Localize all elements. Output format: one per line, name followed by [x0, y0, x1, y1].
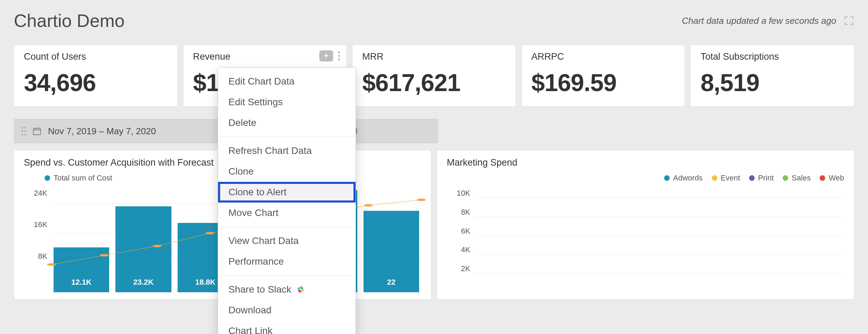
menu-label: Share to Slack [228, 284, 291, 295]
y-tick: 24K [34, 189, 47, 198]
kpi-value: 34,696 [24, 69, 168, 97]
add-comment-icon[interactable]: + [319, 50, 333, 61]
kebab-menu-icon[interactable] [337, 50, 341, 62]
menu-refresh[interactable]: Refresh Chart Data [218, 140, 356, 161]
svg-point-1 [47, 263, 56, 266]
kpi-value: $617,621 [362, 69, 506, 97]
legend-dot-icon [664, 175, 670, 181]
svg-point-7 [364, 204, 373, 207]
kpi-label: ARRPC [531, 51, 675, 62]
legend-label: Adwords [673, 174, 703, 183]
fullscreen-icon[interactable] [844, 16, 854, 26]
svg-rect-0 [34, 128, 41, 135]
kpi-label: MRR [362, 51, 506, 62]
y-tick: 2K [461, 264, 470, 273]
kpi-card-mrr[interactable]: MRR $617,621 [352, 45, 516, 107]
menu-performance[interactable]: Performance [218, 251, 356, 272]
menu-share-slack[interactable]: Share to Slack [218, 279, 356, 300]
svg-rect-12 [301, 289, 304, 291]
chart-marketing-spend[interactable]: Marketing Spend Adwords Event Print Sale… [437, 150, 854, 299]
page-title: Chartio Demo [14, 10, 125, 31]
menu-view-data[interactable]: View Chart Data [218, 230, 356, 251]
legend-dot-icon [45, 175, 50, 181]
menu-chart-link[interactable]: Chart Link [218, 321, 356, 334]
y-tick: 8K [38, 252, 47, 261]
svg-point-8 [417, 199, 426, 201]
drag-handle-icon[interactable] [22, 127, 26, 135]
legend-label: Total sum of Cost [54, 174, 112, 183]
kpi-value: 8,519 [700, 69, 844, 97]
chart-updated-note: Chart data updated a few seconds ago [682, 16, 836, 26]
legend-dot-icon [820, 175, 825, 181]
legend-label: Sales [792, 174, 811, 183]
y-tick: 6K [461, 227, 470, 236]
y-tick: 16K [34, 220, 47, 229]
y-tick: 10K [457, 189, 470, 198]
kpi-card-users[interactable]: Count of Users 34,696 [14, 45, 178, 107]
svg-rect-9 [299, 290, 301, 293]
date-range-filter[interactable]: Nov 7, 2019 – May 7, 2020 [14, 119, 223, 143]
menu-edit-settings[interactable]: Edit Settings [218, 92, 356, 112]
svg-point-4 [206, 232, 215, 234]
menu-edit-chart-data[interactable]: Edit Chart Data [218, 71, 356, 92]
legend-label: Event [721, 174, 740, 183]
legend-dot-icon [712, 175, 717, 181]
menu-move-chart[interactable]: Move Chart [218, 203, 356, 223]
legend-dot-icon [783, 175, 788, 181]
legend-dot-icon [749, 175, 755, 181]
chart-context-menu: Edit Chart Data Edit Settings Delete Ref… [218, 67, 356, 334]
legend-label: Print [758, 174, 774, 183]
kpi-label: Total Subscriptions [700, 51, 844, 62]
menu-clone[interactable]: Clone [218, 161, 356, 182]
slack-icon [296, 285, 305, 294]
kpi-card-subs[interactable]: Total Subscriptions 8,519 [690, 45, 854, 107]
kpi-card-arrpc[interactable]: ARRPC $169.59 [521, 45, 685, 107]
menu-delete[interactable]: Delete [218, 112, 356, 133]
y-tick: 4K [461, 245, 470, 254]
chart-title: Marketing Spend [447, 157, 844, 168]
svg-point-3 [153, 245, 162, 247]
kpi-label: Count of Users [24, 51, 168, 62]
kpi-value: $169.59 [531, 69, 675, 97]
kpi-label: Revenue [193, 51, 337, 62]
menu-clone-to-alert[interactable]: Clone to Alert [218, 182, 356, 203]
y-tick: 8K [461, 208, 470, 217]
calendar-icon [32, 126, 42, 136]
svg-rect-10 [297, 288, 300, 289]
svg-point-2 [100, 254, 109, 256]
menu-download[interactable]: Download [218, 300, 356, 321]
svg-rect-11 [301, 286, 302, 289]
date-range-text: Nov 7, 2019 – May 7, 2020 [48, 126, 156, 137]
legend-label: Web [829, 174, 844, 183]
